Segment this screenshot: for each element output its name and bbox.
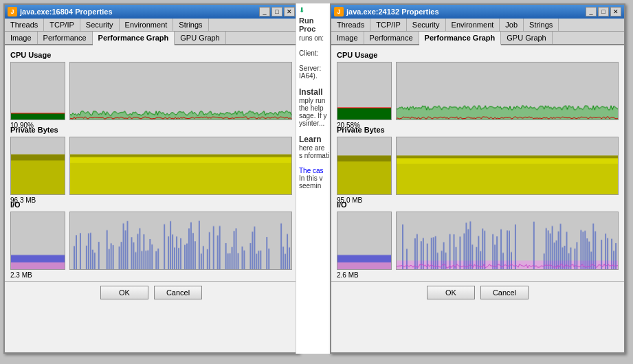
pb-row-2: 95.0 MB [337, 137, 619, 195]
tab-job-2[interactable]: Job [500, 19, 524, 31]
pb-small-canvas-1 [11, 137, 65, 194]
ok-button-1[interactable]: OK [100, 286, 148, 299]
io-small-canvas-1 [11, 212, 65, 269]
download-icon: ⬇ [299, 6, 330, 14]
pb-large-bg-2 [396, 137, 619, 195]
io-large-bg-2 [396, 212, 619, 270]
pb-large-canvas-1 [70, 137, 291, 194]
app-icon-1: J [8, 7, 17, 16]
tab-environment-1[interactable]: Environment [120, 19, 174, 31]
pb-large-chart-1 [69, 137, 292, 195]
tab-threads-1[interactable]: Threads [5, 19, 44, 31]
window-2: J java.exe:24132 Properties _ □ ✕ Thread… [330, 3, 625, 354]
io-small-bg-1 [10, 212, 65, 270]
cpu-small-canvas-1 [11, 62, 65, 120]
cpu-large-canvas-2 [397, 62, 618, 120]
pb-small-bg-2 [337, 137, 392, 195]
pb-value-2: 95.0 MB [337, 196, 392, 204]
pb-small-canvas-2 [337, 137, 391, 194]
pb-row-1: 96.3 MB [10, 137, 292, 195]
app-icon-2: J [334, 7, 344, 16]
io-row-2: 2.6 MB [337, 212, 619, 270]
tab-security-1[interactable]: Security [80, 19, 120, 31]
title-controls-2: _ □ ✕ [586, 7, 621, 16]
io-small-bg-2 [337, 212, 392, 270]
content-2: CPU Usage 20.58% Private Bytes 95.0 M [331, 45, 624, 281]
title-text-2: J java.exe:24132 Properties [334, 7, 439, 16]
cpu-value-2: 20.58% [337, 122, 392, 129]
cancel-button-1[interactable]: Cancel [154, 286, 202, 299]
io-large-bg-1 [69, 212, 292, 270]
maximize-button-2[interactable]: □ [598, 7, 609, 16]
cpu-small-bg-1 [10, 62, 65, 120]
bottom-bar-2: OK Cancel [331, 281, 624, 304]
cpu-large-bg-2 [396, 62, 619, 120]
close-button-2[interactable]: ✕ [610, 7, 621, 16]
window-title-2: java.exe:24132 Properties [346, 8, 439, 16]
cpu-small-canvas-2 [337, 62, 391, 120]
cpu-small-bg-2 [337, 62, 392, 120]
tab-gpu-graph-2[interactable]: GPU Graph [501, 32, 552, 44]
learn-text: here are s nformati [299, 144, 330, 159]
pb-small-chart-1: 96.3 MB [10, 137, 65, 195]
title-controls-1: _ □ ✕ [259, 7, 295, 16]
cpu-value-1: 10.90% [10, 122, 65, 129]
tab-performance-1[interactable]: Performance [38, 32, 93, 44]
runs-on-text: runs on: [299, 34, 330, 42]
io-large-chart-2 [396, 212, 619, 270]
tab-performance-2[interactable]: Performance [364, 32, 419, 44]
minimize-button-1[interactable]: _ [259, 7, 270, 16]
pb-value-1: 96.3 MB [10, 196, 65, 204]
tab-performance-graph-2[interactable]: Performance Graph [419, 32, 502, 45]
tab-image-1[interactable]: Image [5, 32, 38, 44]
ok-button-2[interactable]: OK [427, 286, 475, 299]
cancel-button-2[interactable]: Cancel [480, 286, 529, 299]
io-large-canvas-1 [70, 212, 291, 269]
pb-large-chart-2 [396, 137, 619, 195]
io-small-chart-1: 2.3 MB [10, 212, 65, 270]
tab-image-2[interactable]: Image [331, 32, 364, 44]
title-bar-1: J java.exe:16804 Properties _ □ ✕ [5, 5, 298, 19]
title-text-1: J java.exe:16804 Properties [8, 7, 113, 16]
client-text: Client: [299, 49, 330, 57]
window-title-1: java.exe:16804 Properties [20, 8, 113, 16]
minimize-button-2[interactable]: _ [586, 7, 597, 16]
pb-large-bg-1 [69, 137, 292, 195]
tab-tcpip-2[interactable]: TCP/IP [370, 19, 406, 31]
title-bar-2: J java.exe:24132 Properties _ □ ✕ [331, 5, 624, 19]
tabs-row2-2: Image Performance Performance Graph GPU … [331, 32, 624, 45]
tab-security-2[interactable]: Security [407, 19, 446, 31]
install-label: Install [299, 87, 330, 97]
tabs-row2-1: Image Performance Performance Graph GPU … [5, 32, 298, 45]
tab-gpu-graph-1[interactable]: GPU Graph [175, 32, 225, 44]
tab-strings-1[interactable]: Strings [173, 19, 208, 31]
tab-tcpip-1[interactable]: TCP/IP [44, 19, 80, 31]
case-link[interactable]: The cas [299, 167, 330, 174]
install-text: mply run the help sage. If y ysinter... [299, 97, 330, 127]
io-value-2: 2.6 MB [337, 271, 392, 279]
io-small-canvas-2 [337, 212, 391, 269]
cpu-large-chart-2 [396, 62, 619, 120]
tab-threads-2[interactable]: Threads [331, 19, 370, 31]
learn-label: Learn [299, 135, 330, 144]
middle-panel: ⬇ Run Proc runs on: Client: Server: IA64… [296, 3, 333, 354]
io-large-chart-1 [69, 212, 292, 270]
io-large-canvas-2 [397, 212, 618, 269]
tab-environment-2[interactable]: Environment [446, 19, 500, 31]
maximize-button-1[interactable]: □ [271, 7, 282, 16]
cpu-large-bg-1 [69, 62, 292, 120]
pb-small-bg-1 [10, 137, 65, 195]
bottom-bar-1: OK Cancel [5, 281, 298, 304]
close-button-1[interactable]: ✕ [284, 7, 295, 16]
cpu-row-1: 10.90% [10, 62, 292, 120]
pb-small-chart-2: 95.0 MB [337, 137, 392, 195]
run-proc-label: Run Proc [299, 16, 330, 33]
cpu-label-1: CPU Usage [10, 51, 292, 59]
tab-performance-graph-1[interactable]: Performance Graph [93, 32, 175, 45]
server-text: Server: IA64). [299, 65, 330, 80]
tabs-row1-1: Threads TCP/IP Security Environment Stri… [5, 19, 298, 32]
cpu-small-chart-2: 20.58% [337, 62, 392, 120]
case-text: In this v seemin [299, 174, 330, 190]
cpu-small-chart-1: 10.90% [10, 62, 65, 120]
tab-strings-2[interactable]: Strings [524, 19, 559, 31]
